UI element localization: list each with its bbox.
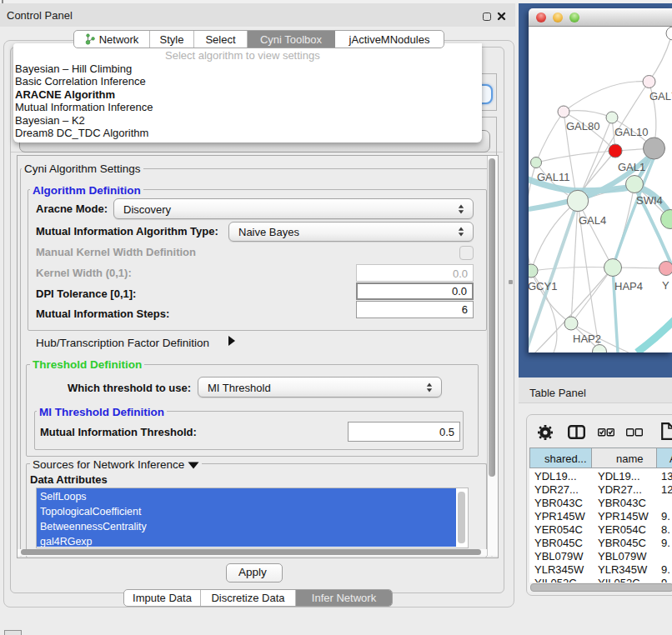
svg-text:GAL7: GAL7 <box>649 90 672 102</box>
svg-text:GAL80: GAL80 <box>566 120 599 132</box>
svg-text:HAP4: HAP4 <box>614 280 643 292</box>
svg-text:GCY1: GCY1 <box>529 280 557 292</box>
svg-text:GAL1: GAL1 <box>618 161 645 173</box>
svg-text:HAP2: HAP2 <box>573 332 601 345</box>
svg-text:GAL10: GAL10 <box>614 126 648 138</box>
svg-text:GAL11: GAL11 <box>537 171 570 183</box>
svg-text:Y: Y <box>662 279 669 292</box>
svg-text:GAL4: GAL4 <box>579 214 606 227</box>
svg-text:SWI4: SWI4 <box>636 194 663 207</box>
